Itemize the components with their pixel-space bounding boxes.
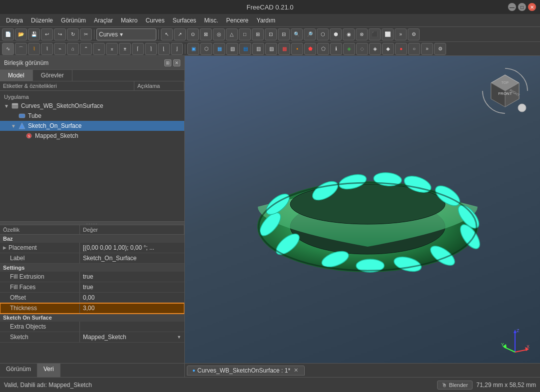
new-btn[interactable]: 📄 xyxy=(2,28,14,40)
viewport[interactable]: FRONT TOP RIGHT xyxy=(185,56,540,377)
surface-tool-15[interactable]: ◈ xyxy=(369,43,381,55)
viewport-tab-close[interactable]: ✕ xyxy=(292,367,299,374)
surface-tool-2[interactable]: ⬡ xyxy=(200,43,212,55)
toolbar-btn-1[interactable]: ↖ xyxy=(161,28,173,40)
surface-tool-1[interactable]: ▣ xyxy=(187,43,199,55)
surface-tool-16[interactable]: ◆ xyxy=(382,43,394,55)
toolbar-btn-14[interactable]: ⬢ xyxy=(330,28,342,40)
toolbar-btn-9[interactable]: ⊡ xyxy=(265,28,277,40)
curve-tool-11[interactable]: ⌈ xyxy=(132,43,144,55)
undo-btn[interactable]: ↩ xyxy=(41,28,53,40)
toolbar-btn-6[interactable]: △ xyxy=(226,28,238,40)
sketch-dropdown-arrow[interactable]: ▼ xyxy=(177,335,181,340)
redo-btn[interactable]: ↪ xyxy=(54,28,66,40)
toolbar-btn-7[interactable]: □ xyxy=(239,28,251,40)
tree-item-root[interactable]: ▼ Curves_WB_SketchOnSurface xyxy=(0,101,184,111)
menu-makro[interactable]: Makro xyxy=(117,16,141,25)
toolbar-btn-13[interactable]: ⬡ xyxy=(317,28,329,40)
curve-tool-5[interactable]: ⌁ xyxy=(54,43,66,55)
toolbar-btn-3[interactable]: ⊙ xyxy=(187,28,199,40)
surface-tool-11[interactable]: ⬠ xyxy=(317,43,329,55)
tab-view[interactable]: Görünüm xyxy=(0,364,37,377)
minimize-button[interactable]: — xyxy=(508,3,516,11)
toggle-root[interactable]: ▼ xyxy=(4,103,11,109)
tab-model[interactable]: Model xyxy=(0,70,33,81)
toolbar-btn-12[interactable]: 🔎 xyxy=(304,28,316,40)
menu-pencere[interactable]: Pencere xyxy=(222,16,253,25)
config-btn2[interactable]: ⚙ xyxy=(434,43,446,55)
tree-item-sos[interactable]: ▼ Sketch_On_Surface xyxy=(0,121,184,131)
panel-resizer[interactable]: ----- xyxy=(0,221,184,225)
curve-tool-14[interactable]: ⌋ xyxy=(171,43,183,55)
toolbar-btn-17[interactable]: ⬛ xyxy=(369,28,381,40)
workbench-dropdown[interactable]: Curves ▾ xyxy=(96,28,156,40)
save-btn[interactable]: 💾 xyxy=(28,28,40,40)
surface-tool-3[interactable]: ▦ xyxy=(213,43,225,55)
props-row-fill-faces[interactable]: Fill Faces true xyxy=(0,282,184,293)
menu-goruntu[interactable]: Görünüm xyxy=(57,16,90,25)
props-row-thickness[interactable]: Thickness 3,00 xyxy=(0,303,184,314)
surface-tool-6[interactable]: ▥ xyxy=(252,43,264,55)
cut-btn[interactable]: ✂ xyxy=(80,28,92,40)
surface-tool-8[interactable]: ▩ xyxy=(278,43,290,55)
toolbar-btn-15[interactable]: ◉ xyxy=(343,28,355,40)
toolbar-btn-2[interactable]: ↗ xyxy=(174,28,186,40)
refresh-btn[interactable]: ↻ xyxy=(67,28,79,40)
surface-tool-5[interactable]: ▤ xyxy=(239,43,251,55)
tree-item-tube[interactable]: Tube xyxy=(0,111,184,121)
surface-tool-14[interactable]: ◇ xyxy=(356,43,368,55)
maximize-button[interactable]: □ xyxy=(518,3,526,11)
tab-data[interactable]: Veri xyxy=(37,364,60,377)
props-row-extra-objects[interactable]: Extra Objects xyxy=(0,322,184,332)
menu-dosya[interactable]: Dosya xyxy=(2,16,27,25)
curve-tool-10[interactable]: ⌆ xyxy=(119,43,131,55)
props-row-placement[interactable]: ▶ Placement [(0,00 0,00 1,00); 0,00 °; .… xyxy=(0,243,184,253)
more-btn[interactable]: » xyxy=(395,28,407,40)
curve-tool-3[interactable]: ⌇ xyxy=(28,43,40,55)
toolbar-btn-18[interactable]: ⬜ xyxy=(382,28,394,40)
menu-duzenle[interactable]: Düzenle xyxy=(27,16,57,25)
nav-cube[interactable]: FRONT TOP RIGHT xyxy=(480,66,530,116)
open-btn[interactable]: 📂 xyxy=(15,28,27,40)
curve-tool-12[interactable]: ⌉ xyxy=(145,43,157,55)
toolbar-btn-11[interactable]: 🔍 xyxy=(291,28,303,40)
toolbar-btn-4[interactable]: ⊠ xyxy=(200,28,212,40)
props-row-label[interactable]: Label Sketch_On_Surface xyxy=(0,253,184,264)
panel-close-btn[interactable]: ✕ xyxy=(173,59,180,66)
props-row-sketch[interactable]: Sketch Mapped_Sketch ▼ xyxy=(0,332,184,343)
menu-curves[interactable]: Curves xyxy=(141,16,168,25)
tab-tasks[interactable]: Görevler xyxy=(33,70,72,81)
toolbar-btn-5[interactable]: ◎ xyxy=(213,28,225,40)
expand-placement[interactable]: ▶ xyxy=(3,245,6,250)
menu-misc[interactable]: Misc. xyxy=(200,16,222,25)
surface-tool-9[interactable]: ▪ xyxy=(291,43,303,55)
toolbar-btn-8[interactable]: ⊞ xyxy=(252,28,264,40)
props-row-fill-extrusion[interactable]: Fill Extrusion true xyxy=(0,272,184,282)
props-row-offset[interactable]: Offset 0,00 xyxy=(0,293,184,303)
panel-expand-btn[interactable]: ⊞ xyxy=(164,59,171,66)
curve-tool-2[interactable]: ⌒ xyxy=(15,43,27,55)
toolbar-btn-10[interactable]: ⊟ xyxy=(278,28,290,40)
surface-tool-10[interactable]: ⬟ xyxy=(304,43,316,55)
curve-tool-13[interactable]: ⌊ xyxy=(158,43,170,55)
surface-tool-4[interactable]: ▧ xyxy=(226,43,238,55)
tree-item-mapped[interactable]: S Mapped_Sketch xyxy=(0,131,184,141)
toggle-sos[interactable]: ▼ xyxy=(11,123,18,129)
surface-tool-13[interactable]: ◈ xyxy=(343,43,355,55)
menu-araclar[interactable]: Araçlar xyxy=(90,16,117,25)
curve-tool-1[interactable]: ∿ xyxy=(2,43,14,55)
curve-tool-8[interactable]: ⌄ xyxy=(93,43,105,55)
surface-tool-17[interactable]: ● xyxy=(395,43,407,55)
curve-tool-9[interactable]: ⌅ xyxy=(106,43,118,55)
more-btn2[interactable]: » xyxy=(421,43,433,55)
menu-yardim[interactable]: Yardım xyxy=(253,16,280,25)
surface-tool-7[interactable]: ▨ xyxy=(265,43,277,55)
curve-tool-7[interactable]: ⌃ xyxy=(80,43,92,55)
surface-tool-18[interactable]: ○ xyxy=(408,43,420,55)
curve-tool-4[interactable]: ⌇ xyxy=(41,43,53,55)
curve-tool-6[interactable]: ⌂ xyxy=(67,43,79,55)
toolbar-btn-16[interactable]: ⊗ xyxy=(356,28,368,40)
menu-surfaces[interactable]: Surfaces xyxy=(168,16,200,25)
viewport-tab[interactable]: ● Curves_WB_SketchOnSurface : 1* ✕ xyxy=(187,366,305,376)
close-button[interactable]: ✕ xyxy=(528,3,536,11)
